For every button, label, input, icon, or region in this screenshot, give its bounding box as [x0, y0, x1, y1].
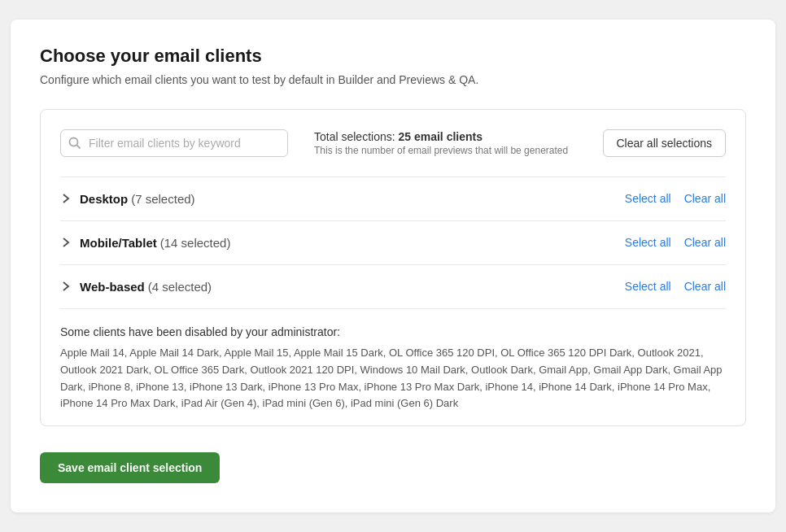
clear-all-desktop[interactable]: Clear all: [684, 192, 726, 205]
clear-all-web[interactable]: Clear all: [684, 280, 726, 293]
category-actions-web: Select all Clear all: [625, 280, 726, 293]
total-sublabel: This is the number of email previews tha…: [314, 145, 603, 156]
disabled-notice: Some clients have been disabled by your …: [60, 308, 726, 425]
category-name-web: Web-based: [80, 280, 145, 294]
svg-line-1: [77, 145, 81, 148]
chevron-right-icon-desktop[interactable]: [60, 193, 72, 204]
search-input[interactable]: [60, 129, 288, 157]
chevron-right-icon-mobile[interactable]: [60, 237, 72, 248]
chevron-right-icon-web[interactable]: [60, 281, 72, 292]
clear-all-mobile[interactable]: Clear all: [684, 236, 726, 249]
category-row-desktop: Desktop (7 selected) Select all Clear al…: [60, 177, 726, 220]
total-count: 25 email clients: [399, 130, 483, 143]
select-all-mobile[interactable]: Select all: [625, 236, 671, 249]
svg-point-0: [70, 137, 78, 146]
page-title: Choose your email clients: [40, 46, 746, 67]
total-selections: Total selections: 25 email clients This …: [314, 130, 603, 156]
select-all-web[interactable]: Select all: [625, 280, 671, 293]
main-card: Total selections: 25 email clients This …: [40, 109, 746, 426]
disabled-title: Some clients have been disabled by your …: [60, 325, 726, 338]
category-actions-mobile: Select all Clear all: [625, 236, 726, 249]
top-bar: Total selections: 25 email clients This …: [60, 129, 726, 157]
category-row-web: Web-based (4 selected) Select all Clear …: [60, 264, 726, 308]
select-all-desktop[interactable]: Select all: [625, 192, 671, 205]
page-subtitle: Configure which email clients you want t…: [40, 73, 746, 86]
category-count-mobile: (14 selected): [160, 236, 231, 250]
category-row-mobile: Mobile/Tablet (14 selected) Select all C…: [60, 220, 726, 264]
save-email-client-selection-button[interactable]: Save email client selection: [40, 452, 220, 483]
disabled-list: Apple Mail 14, Apple Mail 14 Dark, Apple…: [60, 345, 726, 412]
category-count-desktop: (7 selected): [131, 192, 194, 206]
page-container: Choose your email clients Configure whic…: [11, 20, 775, 512]
category-actions-desktop: Select all Clear all: [625, 192, 726, 205]
category-name-mobile: Mobile/Tablet: [80, 236, 157, 250]
total-label: Total selections: 25 email clients: [314, 130, 603, 143]
category-name-desktop: Desktop: [80, 192, 128, 206]
clear-all-selections-button[interactable]: Clear all selections: [603, 129, 727, 157]
category-count-web: (4 selected): [148, 280, 212, 294]
search-wrapper: [60, 129, 288, 157]
search-icon: [68, 137, 81, 150]
